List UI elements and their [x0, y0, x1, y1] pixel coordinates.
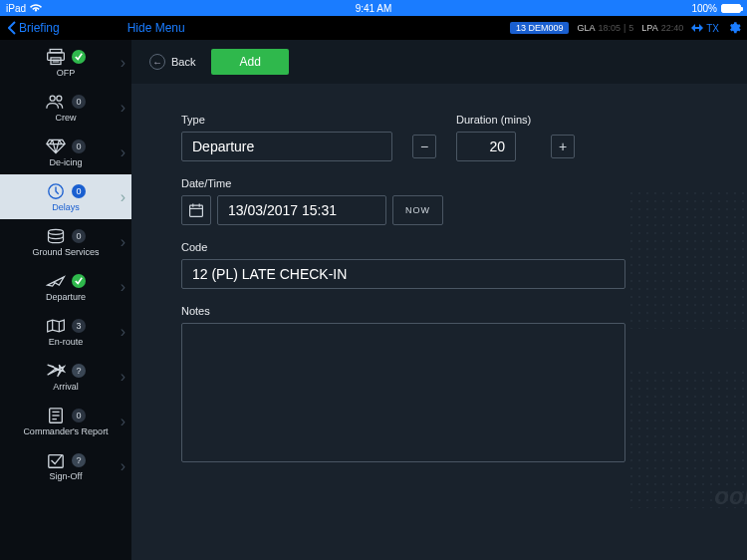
arrow-left-icon: ←: [149, 54, 165, 70]
sidebar-item-deicing[interactable]: 0 De-icing ›: [0, 130, 131, 174]
sidebar-item-label: Sign-Off: [50, 471, 83, 481]
svg-rect-2: [51, 57, 61, 64]
origin-code: GLA18:05|5: [577, 23, 633, 33]
back-button[interactable]: ← Back: [143, 50, 201, 74]
back-label: Back: [171, 56, 195, 68]
sidebar-item-label: OFP: [57, 68, 76, 78]
sidebar-item-label: Ground Services: [32, 247, 99, 257]
chevron-right-icon: ›: [121, 143, 125, 161]
checkbox-icon: [46, 451, 66, 469]
sidebar-item-commanders-report[interactable]: 0 Commander's Report ›: [0, 399, 131, 443]
chevron-right-icon: ›: [121, 99, 125, 117]
battery-percent: 100%: [691, 3, 717, 14]
content-pane: ook ← Back Add Type − Duration (mins) +: [131, 40, 747, 560]
flight-id-pill[interactable]: 13 DEM009: [510, 22, 570, 34]
svg-point-6: [57, 96, 62, 101]
sidebar-item-label: Crew: [55, 113, 76, 123]
sync-icon: [691, 23, 703, 33]
battery-icon: [721, 4, 741, 13]
tx-indicator[interactable]: TX: [691, 23, 719, 34]
count-badge: 3: [72, 319, 86, 333]
dest-code: LPA22:40: [641, 23, 683, 33]
sidebar-item-departure[interactable]: Departure ›: [0, 264, 131, 309]
gear-icon[interactable]: [727, 21, 741, 35]
duration-plus-button[interactable]: +: [551, 135, 575, 158]
clock-icon: [46, 182, 66, 200]
datetime-label: Date/Time: [181, 177, 697, 189]
question-badge: ?: [72, 453, 86, 467]
svg-point-8: [49, 229, 64, 234]
notes-textarea[interactable]: [181, 323, 625, 462]
count-badge: 0: [72, 229, 86, 243]
sidebar-item-label: De-icing: [49, 157, 82, 167]
sidebar: OFP › 0 Crew › 0 De-icing › 0 Delays: [0, 40, 131, 560]
app-header: Briefing Hide Menu 13 DEM009 GLA18:05|5 …: [0, 16, 747, 40]
count-badge: 0: [72, 409, 86, 422]
chevron-right-icon: ›: [121, 457, 125, 475]
sidebar-item-label: Arrival: [53, 382, 79, 392]
sidebar-item-label: En-route: [49, 337, 84, 347]
code-label: Code: [181, 241, 697, 253]
delay-form: Type − Duration (mins) + Date/Time NOW: [131, 84, 747, 560]
clock: 9:41 AM: [356, 3, 392, 14]
chevron-left-icon: [8, 21, 17, 35]
report-icon: [46, 407, 66, 424]
plane-down-icon: [46, 362, 66, 380]
chevron-right-icon: ›: [121, 323, 125, 341]
sidebar-item-arrival[interactable]: ? Arrival ›: [0, 354, 131, 399]
chevron-right-icon: ›: [121, 368, 125, 386]
chevron-right-icon: ›: [121, 54, 125, 72]
plane-up-icon: [46, 272, 66, 290]
svg-rect-1: [48, 52, 65, 60]
calendar-icon[interactable]: [181, 195, 211, 225]
sidebar-item-delays[interactable]: 0 Delays ›: [0, 174, 131, 219]
hide-menu-button[interactable]: Hide Menu: [127, 21, 185, 35]
map-icon: [46, 317, 66, 335]
sidebar-item-label: Commander's Report: [23, 426, 108, 436]
duration-input[interactable]: [456, 132, 516, 161]
svg-point-5: [50, 96, 55, 101]
count-badge: 0: [72, 95, 86, 109]
check-badge: [72, 274, 86, 288]
nav-back-button[interactable]: Briefing: [0, 21, 68, 35]
content-toolbar: ← Back Add: [131, 40, 747, 84]
duration-label: Duration (mins): [456, 114, 531, 126]
sidebar-item-ofp[interactable]: OFP ›: [0, 40, 131, 85]
diamond-icon: [46, 138, 66, 155]
count-badge: 0: [72, 184, 86, 198]
chevron-right-icon: ›: [121, 233, 125, 251]
ios-status-bar: iPad 9:41 AM 100%: [0, 0, 747, 16]
sidebar-item-ground[interactable]: 0 Ground Services ›: [0, 219, 131, 264]
type-label: Type: [181, 114, 392, 126]
chevron-right-icon: ›: [121, 413, 125, 430]
datetime-input[interactable]: [217, 195, 386, 225]
type-select[interactable]: [181, 132, 392, 161]
chevron-right-icon: ›: [121, 188, 125, 206]
main-layout: OFP › 0 Crew › 0 De-icing › 0 Delays: [0, 40, 747, 560]
duration-minus-button[interactable]: −: [412, 135, 436, 158]
question-badge: ?: [72, 364, 86, 378]
add-button[interactable]: Add: [211, 49, 288, 75]
count-badge: 0: [72, 140, 86, 153]
sidebar-item-signoff[interactable]: ? Sign-Off ›: [0, 443, 131, 488]
people-icon: [46, 93, 66, 111]
carrier-label: iPad: [6, 3, 26, 14]
chevron-right-icon: ›: [121, 278, 125, 296]
nav-back-label: Briefing: [19, 21, 60, 35]
now-button[interactable]: NOW: [392, 195, 443, 225]
code-select[interactable]: [181, 259, 625, 289]
sidebar-item-label: Delays: [52, 202, 80, 212]
notes-label: Notes: [181, 305, 697, 317]
svg-rect-14: [190, 205, 203, 216]
sidebar-item-crew[interactable]: 0 Crew ›: [0, 85, 131, 130]
check-badge: [72, 50, 86, 64]
stack-icon: [46, 227, 66, 245]
printer-icon: [46, 48, 66, 66]
sidebar-item-label: Departure: [46, 292, 86, 302]
wifi-icon: [30, 4, 42, 13]
sidebar-item-enroute[interactable]: 3 En-route ›: [0, 309, 131, 354]
